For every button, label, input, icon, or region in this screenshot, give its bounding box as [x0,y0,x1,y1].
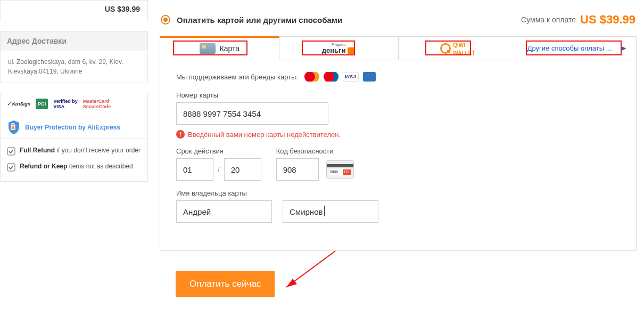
expiry-group: Срок действия / [176,147,261,181]
supported-brands-text: Мы поддерживаем эти бренды карты: [176,73,298,81]
verified-by-visa-logo: Verified byVISA [53,99,78,109]
tab-card[interactable]: Карта [160,37,279,60]
expiry-separator: / [218,166,220,174]
full-refund-item: Full Refund if you don't receive your or… [7,143,141,159]
tab-other-methods[interactable]: Другие способы оплаты ... ➤ [517,37,636,60]
card-number-error-text: Введённый вами номер карты недействителе… [188,131,341,139]
card-icon [200,43,216,54]
payment-area: Оплатить картой или другими способами Су… [148,0,644,318]
payment-header: Оплатить картой или другими способами Су… [160,0,637,36]
cardholder-label: Имя владельца карты [176,189,620,197]
card-number-group: Номер карты ! Введённый вами номер карты… [176,91,620,139]
error-icon: ! [176,130,185,139]
card-number-error: ! Введённый вами номер карты недействите… [176,130,620,139]
tab-qiwi[interactable]: QIWIWALLET [398,37,517,60]
shipping-address-section: Адрес Доставки ul. Zoologicheskaya, dom … [0,31,148,83]
buyer-protection-label: Buyer Protection by AliExpress [25,124,120,131]
yandex-money-logo: Яндекс деньги [322,43,356,54]
visa-icon: VISA [343,72,359,82]
sidebar-total-box: US $39.99 [0,0,148,21]
sidebar: US $39.99 Адрес Доставки ul. Zoologiches… [0,0,148,318]
annotation-arrow [277,249,341,297]
cardholder-group: Имя владельца карты [176,189,620,223]
payment-tabs: Карта Яндекс деньги QIWIWALLET [160,37,636,60]
buyer-protection-section: ✓VeriSign PCI Verified byVISA MasterCard… [0,93,148,182]
sidebar-total-value: US $39.99 [105,5,140,13]
check-icon [7,163,15,172]
qiwi-logo: QIWIWALLET [440,40,475,56]
verisign-logo: ✓VeriSign [7,99,30,109]
amount-value: US $39.99 [580,13,635,27]
payment-method-title: Оплатить картой или другими способами [177,15,521,25]
svg-rect-0 [7,148,15,155]
chevron-right-icon: ➤ [620,43,626,53]
expiry-year-input[interactable] [224,158,261,181]
shipping-address-text: ul. Zoologicheskaya, dom 6, kv. 29, Kiev… [1,51,147,83]
shield-icon [7,120,21,135]
buyer-protection-row: Buyer Protection by AliExpress [1,115,147,139]
pay-now-button[interactable]: Оплатить сейчас [176,271,275,297]
supported-brands-row: Мы поддерживаем эти бренды карты: VISA [176,72,620,82]
pci-logo: PCI [36,99,48,109]
amount-label: Сумма к оплате [521,15,576,24]
payment-method-radio[interactable] [161,15,170,25]
refund-keep-text: items not as described [67,163,133,170]
mastercard-icon [304,72,319,82]
full-refund-bold: Full Refund [20,147,55,154]
svg-marker-3 [286,279,297,287]
maestro-icon [324,72,338,82]
amex-icon [363,72,376,82]
refund-keep-bold: Refund or Keep [20,163,67,170]
card-form: Мы поддерживаем эти бренды карты: VISA Н… [160,60,636,250]
card-number-input[interactable] [176,102,328,125]
cvv-input[interactable] [276,158,319,181]
refund-or-keep-item: Refund or Keep items not as described [7,159,141,175]
cvv-group: Код безопасности 0008 111 [276,147,354,181]
expiry-month-input[interactable] [176,158,213,181]
expiry-label: Срок действия [176,147,261,155]
cvv-label: Код безопасности [276,147,354,155]
cvv-hint-icon: 0008 111 [326,160,354,179]
tab-card-label: Карта [220,44,240,53]
check-icon [7,147,15,156]
full-refund-text: if you don't receive your order [55,147,141,154]
last-name-input[interactable] [283,200,378,223]
card-number-label: Номер карты [176,91,620,99]
first-name-input[interactable] [176,200,272,223]
svg-rect-1 [7,164,15,171]
shipping-address-header: Адрес Доставки [1,31,147,51]
mastercard-securecode-logo: MasterCardSecureCode [83,99,111,109]
trust-logos: ✓VeriSign PCI Verified byVISA MasterCard… [1,93,147,115]
tab-other-label: Другие способы оплаты ... [527,44,612,52]
svg-line-2 [286,251,335,287]
payment-panel: Карта Яндекс деньги QIWIWALLET [160,36,637,251]
tab-yandex-money[interactable]: Яндекс деньги [279,37,398,60]
